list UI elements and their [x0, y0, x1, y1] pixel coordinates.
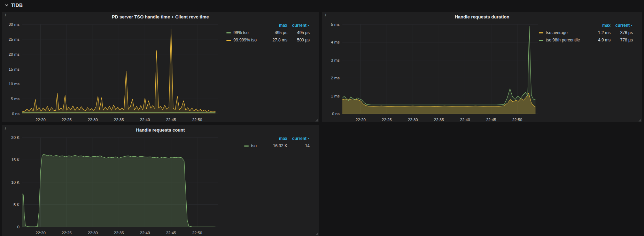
svg-text:22:35: 22:35	[434, 118, 444, 122]
series-color-dash-icon	[539, 32, 543, 33]
svg-text:5 K: 5 K	[14, 203, 20, 207]
panel-handle-requests-duration: i Handle requests duration 0 ns1 ms2 ms3…	[322, 12, 642, 122]
dashboard-row-tidb[interactable]: TiDB	[0, 0, 644, 10]
legend: maxcurrent▲99% tso495 µs495 µs99.999% ts…	[226, 23, 310, 43]
legend: maxcurrent▲tso16.32 K14	[244, 136, 310, 149]
svg-text:25 ms: 25 ms	[9, 37, 20, 41]
row-title: TiDB	[11, 2, 23, 8]
svg-text:22:20: 22:20	[36, 118, 46, 122]
chevron-down-icon	[5, 3, 9, 7]
svg-text:0: 0	[17, 225, 20, 229]
legend-sort-current[interactable]: current▲	[611, 23, 633, 28]
resize-handle-icon[interactable]	[315, 233, 318, 235]
legend-current-value: 778 µs	[611, 37, 633, 43]
svg-text:22:45: 22:45	[166, 231, 176, 235]
svg-text:0 ns: 0 ns	[332, 112, 340, 116]
svg-text:20 ms: 20 ms	[9, 52, 20, 56]
svg-text:22:50: 22:50	[192, 231, 202, 235]
svg-text:3 ms: 3 ms	[331, 58, 340, 62]
svg-text:22:50: 22:50	[192, 118, 202, 122]
resize-handle-icon[interactable]	[315, 119, 318, 121]
svg-text:1 ms: 1 ms	[331, 94, 340, 98]
series-label: tso 98th percentile	[546, 37, 580, 43]
legend-series-name[interactable]: tso 98th percentile	[539, 37, 585, 43]
legend-current-value: 495 µs	[287, 30, 310, 36]
series-label: tso average	[546, 30, 568, 36]
svg-text:22:35: 22:35	[114, 118, 124, 122]
svg-text:15 ms: 15 ms	[9, 67, 20, 71]
svg-text:22:50: 22:50	[512, 118, 522, 122]
legend-max-value: 495 µs	[262, 30, 287, 36]
svg-text:22:45: 22:45	[166, 118, 176, 122]
panel-title[interactable]: Handle requests count	[2, 127, 319, 133]
legend-max-value: 16.32 K	[262, 143, 287, 149]
legend-series-name[interactable]: 99% tso	[226, 30, 262, 36]
legend-max-value: 4.9 ms	[585, 37, 611, 43]
svg-text:0 ns: 0 ns	[12, 112, 20, 116]
legend-current-value: 376 µs	[611, 30, 633, 36]
resize-handle-icon[interactable]	[638, 119, 641, 121]
svg-text:10 K: 10 K	[11, 180, 20, 184]
legend-sort-max[interactable]: max	[262, 136, 287, 141]
series-label: 99.999% tso	[233, 37, 257, 43]
panel-title[interactable]: Handle requests duration	[322, 14, 642, 19]
dashboard: TiDB i PD server TSO handle time + Clien…	[0, 0, 644, 236]
svg-text:15 K: 15 K	[11, 158, 20, 162]
svg-text:22:30: 22:30	[88, 231, 98, 235]
sort-caret-icon: ▲	[307, 24, 310, 26]
sort-caret-icon: ▲	[307, 137, 310, 140]
svg-text:22:30: 22:30	[88, 118, 98, 122]
panel-title[interactable]: PD server TSO handle time + Client revc …	[2, 14, 319, 19]
svg-text:22:20: 22:20	[36, 231, 46, 235]
legend-max-value: 1.2 ms	[585, 30, 611, 36]
legend-series-name[interactable]: tso	[244, 143, 262, 149]
svg-text:22:30: 22:30	[408, 118, 418, 122]
series-color-dash-icon	[226, 40, 231, 41]
svg-text:20 K: 20 K	[11, 135, 20, 140]
svg-text:22:20: 22:20	[356, 118, 366, 122]
legend-max-value: 27.8 ms	[262, 37, 287, 43]
legend-series-name[interactable]: tso average	[539, 30, 585, 36]
legend-current-value: 500 µs	[287, 37, 310, 43]
svg-text:2 ms: 2 ms	[331, 76, 340, 80]
panel-pd-server-tso-handle-time: i PD server TSO handle time + Client rev…	[2, 12, 319, 122]
series-color-dash-icon	[539, 40, 543, 41]
series-label: tso	[251, 143, 257, 149]
svg-text:10 ms: 10 ms	[9, 82, 20, 86]
legend-sort-current[interactable]: current▲	[287, 136, 310, 141]
svg-text:22:25: 22:25	[382, 118, 392, 122]
legend: maxcurrent▲tso average1.2 ms376 µstso 98…	[539, 23, 633, 43]
legend-current-value: 14	[287, 143, 310, 149]
sort-caret-icon: ▲	[630, 24, 633, 26]
series-color-dash-icon	[226, 32, 231, 33]
svg-text:22:25: 22:25	[62, 118, 72, 122]
legend-series-name[interactable]: 99.999% tso	[226, 37, 262, 43]
svg-text:5 ms: 5 ms	[11, 97, 20, 101]
panel-handle-requests-count: i Handle requests count 05 K10 K15 K20 K…	[2, 125, 319, 236]
svg-text:22:35: 22:35	[114, 231, 124, 235]
legend-sort-max[interactable]: max	[262, 23, 287, 28]
series-color-dash-icon	[244, 145, 249, 147]
svg-text:5 ms: 5 ms	[331, 22, 340, 26]
svg-text:22:40: 22:40	[460, 118, 470, 122]
svg-text:30 ms: 30 ms	[9, 22, 20, 26]
svg-text:22:40: 22:40	[140, 118, 150, 122]
legend-sort-current[interactable]: current▲	[287, 23, 310, 28]
svg-text:22:40: 22:40	[140, 231, 150, 235]
svg-text:4 ms: 4 ms	[331, 40, 340, 44]
legend-sort-max[interactable]: max	[585, 23, 611, 28]
svg-text:22:25: 22:25	[62, 231, 72, 235]
svg-text:22:45: 22:45	[486, 118, 496, 122]
series-label: 99% tso	[233, 30, 248, 36]
